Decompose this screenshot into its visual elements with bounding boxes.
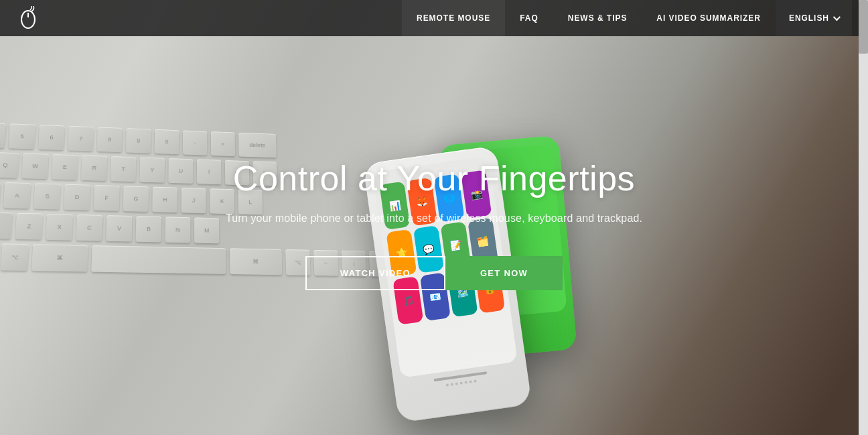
logo[interactable]: [16, 6, 40, 30]
language-selector[interactable]: ENGLISH: [776, 0, 852, 36]
scrollbar[interactable]: [859, 0, 868, 435]
logo-icon: [16, 6, 40, 30]
navbar-links: REMOTE MOUSE FAQ NEWS & TIPS AI VIDEO SU…: [402, 0, 852, 36]
nav-news-tips[interactable]: NEWS & TIPS: [553, 0, 642, 36]
hero-subtitle: Turn your mobile phone or tablet into a …: [226, 210, 642, 227]
nav-remote-mouse[interactable]: REMOTE MOUSE: [402, 0, 505, 36]
chevron-down-icon: [833, 13, 841, 21]
hero-content: Control at Your Fingertips Turn your mob…: [0, 0, 868, 435]
hero-section: # 4 5 6 7 8 9 0 - = delete tab Q W E R T…: [0, 0, 868, 435]
nav-ai-video[interactable]: AI VIDEO SUMMARIZER: [642, 0, 776, 36]
hero-title: Control at Your Fingertips: [233, 158, 635, 198]
nav-faq[interactable]: FAQ: [505, 0, 553, 36]
navbar: REMOTE MOUSE FAQ NEWS & TIPS AI VIDEO SU…: [0, 0, 868, 36]
hero-buttons: WATCH VIDEO GET NOW: [305, 256, 563, 290]
scrollbar-thumb[interactable]: [859, 0, 868, 54]
watch-video-button[interactable]: WATCH VIDEO: [305, 256, 445, 290]
language-label: ENGLISH: [789, 13, 829, 23]
get-now-button[interactable]: GET NOW: [445, 256, 563, 290]
